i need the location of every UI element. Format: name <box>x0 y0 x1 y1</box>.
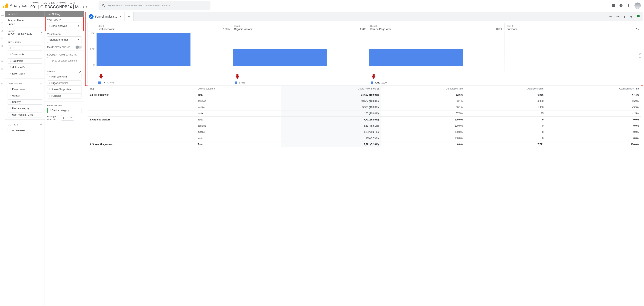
metric-chip[interactable]: ⠿Active users <box>8 128 42 133</box>
rail-item[interactable]: ⊞ <box>1 21 4 25</box>
rail-item[interactable]: □ <box>1 52 4 55</box>
dimension-chip[interactable]: ⠿User medium: Cros… <box>8 112 42 117</box>
table-cell: 0 <box>465 129 546 135</box>
make-open-funnel-toggle[interactable] <box>76 46 82 48</box>
rail-item[interactable]: ▣ <box>1 44 4 47</box>
user-avatar[interactable] <box>634 2 641 9</box>
undo-icon[interactable] <box>609 15 613 18</box>
drag-handle-icon: ⠿ <box>49 109 50 112</box>
search-icon <box>102 4 105 7</box>
drag-handle-icon: ⠿ <box>49 95 50 97</box>
account-selector[interactable]: 121WATT GmbH > 002 - 121WATT Google … 00… <box>30 2 87 9</box>
funnel-step-header: Step 2Organic visitors52.6% <box>232 23 368 32</box>
step-chip[interactable]: ⠿Screen/Page view <box>47 87 82 92</box>
rows-per-select[interactable]: 5 ▼ <box>61 115 74 121</box>
view-title: 001 | G-R3GGQNPB24 | Main <box>30 4 84 9</box>
step-chip[interactable]: ⠿Organic visitors <box>47 80 82 86</box>
table-cell <box>88 135 196 141</box>
help-icon[interactable] <box>619 4 623 7</box>
add-metric-button[interactable]: + <box>40 122 42 127</box>
table-header[interactable]: Step <box>88 86 196 92</box>
segment-chip[interactable]: ⠿Tablet traffic <box>8 71 42 76</box>
collapse-icon[interactable]: — <box>79 12 82 15</box>
variables-panel: Variables — Analysis Name: Funnel Custom… <box>5 11 45 306</box>
table-header[interactable]: Abandonments <box>465 86 546 92</box>
visualisation-select[interactable]: Standard funnel ▼ <box>47 36 82 43</box>
technique-select[interactable]: Funnel analysis ▼ <box>47 22 82 29</box>
funnel-bar[interactable] <box>369 49 463 66</box>
table-cell: 3,978 (100.0%) <box>281 104 380 110</box>
funnel-step-header: Step 1First open/visit100% <box>88 23 232 32</box>
segment-label: Tablet traffic <box>12 72 24 75</box>
download-icon[interactable] <box>623 15 626 18</box>
table-row[interactable]: 3. Screen/Page viewTotal7,721 (52.6%)0.0… <box>88 141 641 148</box>
add-segment-button[interactable]: + <box>40 40 42 44</box>
analysis-name[interactable]: Funnel <box>8 22 42 25</box>
add-tab-button[interactable]: + <box>125 12 134 21</box>
dimension-chip[interactable]: ⠿Gender <box>8 93 42 98</box>
dimension-chip[interactable]: ⠿Device category <box>8 106 42 111</box>
zoom-out-icon[interactable]: ⊖ <box>639 56 641 59</box>
dropoff-count: 7.7K <box>375 81 380 84</box>
edit-steps-icon[interactable] <box>79 70 82 73</box>
breakdown-chip[interactable]: ⠿ Device category <box>47 108 82 113</box>
tab-settings-header[interactable]: Tab Settings — <box>45 11 84 17</box>
more-vert-icon[interactable] <box>627 4 630 7</box>
table-header[interactable]: Completion rate <box>381 86 465 92</box>
share-icon[interactable] <box>630 15 633 18</box>
step-chip[interactable]: ⠿First open/visit <box>47 74 82 79</box>
table-cell: 100.0% <box>546 141 641 148</box>
redo-icon[interactable] <box>616 15 620 18</box>
zoom-in-icon[interactable]: ⊕ <box>639 52 641 55</box>
table-row[interactable]: 1. First open/visitTotal14,687 (100.0%)5… <box>88 92 641 98</box>
segment-label: Direct traffic <box>12 53 24 56</box>
segment-chip[interactable]: ⠿Paid traffic <box>8 58 42 63</box>
apps-icon[interactable] <box>612 4 615 7</box>
funnel-bar[interactable] <box>233 49 327 66</box>
rail-item[interactable]: ▦ <box>1 67 4 70</box>
table-row[interactable]: tablet200 (100.0%)57.5%8542.5% <box>88 110 641 117</box>
dimension-label: Device category <box>12 107 30 110</box>
funnel-bar[interactable] <box>96 33 190 66</box>
rail-item[interactable]: ᓚ <box>1 75 4 78</box>
table-header[interactable]: Device category <box>196 86 281 92</box>
table-row[interactable]: 2. Organic visitorsTotal7,721 (52.6%)100… <box>88 117 641 123</box>
edit-tab-icon[interactable] <box>89 14 94 19</box>
table-header[interactable]: Users (% of Step 1) <box>281 86 380 92</box>
chevron-down-icon: ▼ <box>40 31 42 33</box>
drag-handle-icon: ⠿ <box>10 60 10 62</box>
insights-icon[interactable] <box>636 15 640 18</box>
segment-chip[interactable]: ⠿Mobile traffic <box>8 65 42 70</box>
segment-chip[interactable]: ⠿US <box>8 45 42 51</box>
rail-item[interactable]: ◔ <box>1 29 4 32</box>
table-header[interactable]: Abandonment rate <box>546 86 641 92</box>
date-range-picker[interactable]: Custom 29 Oct - 25 Nov 2020 ▼ <box>8 30 42 35</box>
dimension-chip[interactable]: ⠿Country <box>8 99 42 105</box>
rail-item[interactable]: ☺ <box>1 37 4 40</box>
technique-label: TECHNIQUE <box>47 19 82 21</box>
step-pct: 100% <box>496 27 502 30</box>
rows-per-value: 5 <box>63 116 64 119</box>
rail-item[interactable]: ⚙ <box>1 82 4 85</box>
table-row[interactable]: mobile1,992 (50.1%)100.0%00.0% <box>88 129 641 135</box>
chevron-down-icon[interactable]: ▼ <box>119 15 121 17</box>
collapse-icon[interactable]: — <box>40 12 42 15</box>
segment-drop-zone[interactable]: Drop or select segment <box>47 57 82 64</box>
search-input[interactable]: Try searching "how many users last month… <box>98 1 210 10</box>
step-chip[interactable]: ⠿Purchase <box>47 93 82 98</box>
dimension-chip[interactable]: ⠿Event name <box>8 87 42 92</box>
chevron-down-icon: ▼ <box>85 6 87 8</box>
rail-item-active[interactable]: ⦿ <box>1 59 4 63</box>
table-row[interactable]: mobile3,978 (100.0%)50.1%1,98649.9% <box>88 104 641 110</box>
table-cell: 0 <box>465 117 546 123</box>
segment-chip[interactable]: ⠿Direct traffic <box>8 52 42 57</box>
table-row[interactable]: tablet115 (57.5%)100.0%00.0% <box>88 135 641 141</box>
table-row[interactable]: desktop5,617 (53.1%)100.0%00.0% <box>88 123 641 129</box>
variables-header[interactable]: Variables — <box>5 11 44 17</box>
table-cell: 49.9% <box>546 104 641 110</box>
rail-item[interactable]: ⟵ <box>1 14 4 17</box>
add-dimension-button[interactable]: + <box>40 81 42 85</box>
table-cell: 3. Screen/Page view <box>88 141 196 148</box>
table-row[interactable]: desktop10,577 (100.0%)53.1%4,96046.9% <box>88 98 641 104</box>
tab-active[interactable]: Funnel analysis 1 ▼ <box>86 12 125 21</box>
